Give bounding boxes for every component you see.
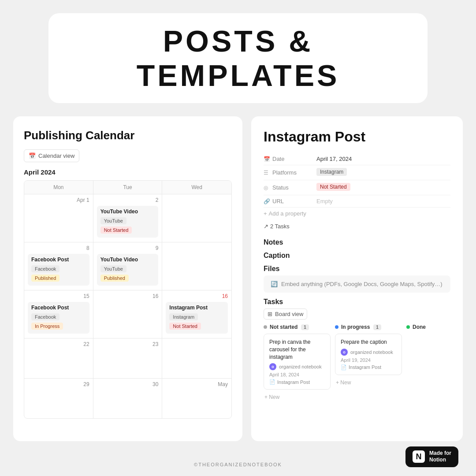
calendar-row-5: 29 30 May bbox=[24, 378, 231, 418]
add-property-button[interactable]: + Add a property bbox=[264, 208, 450, 219]
title-banner: POSTS & TEMPLATES bbox=[48, 13, 428, 103]
tag-not-started-1: Not Started bbox=[100, 227, 132, 234]
date-apr1: Apr 1 bbox=[28, 197, 89, 203]
calendar-title: Publishing Calendar bbox=[24, 129, 232, 142]
card-carousel-avatar: o bbox=[269, 363, 276, 370]
cal-cell-29: 29 bbox=[24, 379, 93, 418]
tag-published-1: Published bbox=[31, 275, 60, 282]
arrow-icon: ↗ bbox=[264, 223, 268, 230]
embed-icon: 🔄 bbox=[271, 281, 278, 287]
board-card-carousel[interactable]: Prep in canva the carousel for the insta… bbox=[264, 334, 331, 390]
copyright-text: ©THEORGANIZEDNOTEBOOK bbox=[194, 462, 282, 467]
event-facebook-post-2[interactable]: Facebook Post Facebook In Progress bbox=[28, 302, 89, 334]
calendar-row-4: 22 23 bbox=[24, 338, 231, 378]
card-caption-title: Prepare the caption bbox=[341, 338, 396, 346]
cal-cell-22: 22 bbox=[24, 338, 93, 378]
event-youtube-video-2[interactable]: YouTube Video YouTube Published bbox=[97, 254, 159, 286]
card-caption-meta: o organized notebook bbox=[341, 349, 396, 356]
board-col-header-in-progress: In progress 1 bbox=[335, 324, 402, 330]
right-panel: Instagram Post 📅 Date April 17, 2024 ☰ P… bbox=[251, 116, 463, 441]
count-not-started: 1 bbox=[301, 324, 309, 330]
tag-instagram-cal: Instagram bbox=[169, 313, 198, 320]
cal-cell-apr1: Apr 1 bbox=[24, 194, 93, 242]
platforms-icon: ☰ bbox=[264, 170, 272, 176]
calendar-month: April 2024 bbox=[24, 168, 232, 176]
add-new-not-started[interactable]: + New bbox=[264, 392, 331, 402]
board-col-done: Done bbox=[406, 324, 450, 402]
event-instagram-post-cal[interactable]: Instagram Post Instagram Not Started bbox=[166, 302, 228, 334]
doc-icon-2: 📄 bbox=[341, 364, 347, 370]
date-16: 16 bbox=[97, 293, 159, 299]
event-facebook-post-1[interactable]: Facebook Post Facebook Published bbox=[28, 254, 89, 286]
card-carousel-author: organized notebook bbox=[279, 364, 322, 369]
property-status: ◎ Status Not Started bbox=[264, 180, 450, 195]
tag-not-started-cal: Not Started bbox=[169, 323, 201, 330]
files-heading: Files bbox=[264, 265, 450, 273]
card-caption-avatar: o bbox=[341, 349, 348, 356]
cal-cell-2: 2 YouTube Video YouTube Not Started bbox=[93, 194, 163, 242]
footer: ©THEORGANIZEDNOTEBOOK N Made forNotion bbox=[13, 446, 463, 467]
date-23: 23 bbox=[97, 341, 159, 347]
card-carousel-title: Prep in canva the carousel for the insta… bbox=[269, 338, 325, 361]
tag-youtube-2: YouTube bbox=[100, 265, 126, 272]
calendar-grid: Mon Tue Wed Apr 1 2 YouTube Video YouTub… bbox=[24, 180, 232, 419]
card-caption-link: 📄 Instagram Post bbox=[341, 364, 396, 370]
caption-heading: Caption bbox=[264, 252, 450, 260]
tag-in-progress: In Progress bbox=[31, 323, 63, 330]
status-value: Not Started bbox=[316, 183, 350, 191]
card-caption-date: April 19, 2024 bbox=[341, 357, 396, 363]
tag-facebook-2: Facebook bbox=[31, 313, 60, 320]
date-may: May bbox=[166, 381, 228, 387]
content-row: Publishing Calendar 📅 Calendar view Apri… bbox=[13, 116, 463, 441]
tasks-heading: Tasks bbox=[264, 298, 450, 306]
board-view-label[interactable]: ⊞ Board view bbox=[264, 309, 307, 320]
board-columns: Not started 1 Prep in canva the carousel… bbox=[264, 324, 450, 402]
board-icon: ⊞ bbox=[268, 311, 272, 317]
cal-cell-30: 30 bbox=[93, 379, 163, 418]
board-col-header-done: Done bbox=[406, 324, 450, 330]
files-embed[interactable]: 🔄 Embed anything (PDFs, Google Docs, Goo… bbox=[264, 275, 450, 293]
platforms-label: Platforms bbox=[272, 169, 316, 176]
event-youtube-video-1[interactable]: YouTube Video YouTube Not Started bbox=[97, 206, 159, 238]
calendar-header: Mon Tue Wed bbox=[24, 181, 231, 194]
cal-cell-23: 23 bbox=[93, 338, 163, 378]
url-icon: 🔗 bbox=[264, 198, 272, 205]
notion-icon: N bbox=[413, 450, 425, 463]
main-title: POSTS & TEMPLATES bbox=[84, 24, 392, 93]
board-col-not-started: Not started 1 Prep in canva the carousel… bbox=[264, 324, 331, 402]
date-29: 29 bbox=[28, 381, 89, 387]
cal-cell-empty-4 bbox=[162, 338, 231, 378]
date-9: 9 bbox=[97, 245, 159, 251]
cal-cell-empty-1 bbox=[162, 194, 231, 242]
property-url: 🔗 URL Empty bbox=[264, 195, 450, 208]
cal-cell-may: May bbox=[162, 379, 231, 418]
status-icon: ◎ bbox=[264, 185, 272, 191]
cal-cell-16: 16 bbox=[93, 290, 163, 338]
notes-heading: Notes bbox=[264, 238, 450, 246]
dot-done bbox=[406, 325, 410, 329]
notion-badge-text: Made forNotion bbox=[429, 450, 451, 464]
date-30: 30 bbox=[97, 381, 159, 387]
dot-not-started bbox=[264, 325, 267, 329]
tag-published-2: Published bbox=[100, 275, 129, 282]
col-label-in-progress: In progress bbox=[341, 324, 370, 330]
notion-badge: N Made forNotion bbox=[405, 446, 458, 467]
calendar-view-label[interactable]: 📅 Calendar view bbox=[24, 149, 79, 162]
property-date: 📅 Date April 17, 2024 bbox=[264, 153, 450, 165]
calendar-icon: 📅 bbox=[29, 152, 36, 159]
card-carousel-meta: o organized notebook bbox=[269, 363, 325, 370]
dot-in-progress bbox=[335, 325, 338, 329]
calendar-row-3: 15 Facebook Post Facebook In Progress 16… bbox=[24, 290, 231, 338]
card-carousel-date: April 18, 2024 bbox=[269, 372, 325, 377]
day-wed: Wed bbox=[162, 181, 231, 194]
platforms-value: Instagram bbox=[316, 168, 347, 176]
add-new-in-progress[interactable]: + New bbox=[335, 378, 402, 387]
url-value: Empty bbox=[316, 198, 333, 205]
board-card-caption[interactable]: Prepare the caption o organized notebook… bbox=[335, 334, 402, 375]
cal-cell-15: 15 Facebook Post Facebook In Progress bbox=[24, 290, 93, 338]
tasks-link[interactable]: ↗ 2 Tasks bbox=[264, 219, 450, 233]
day-mon: Mon bbox=[24, 181, 93, 194]
board-col-header-not-started: Not started 1 bbox=[264, 324, 331, 330]
date-15: 15 bbox=[28, 293, 89, 299]
calendar-row-2: 8 Facebook Post Facebook Published 9 You… bbox=[24, 242, 231, 290]
